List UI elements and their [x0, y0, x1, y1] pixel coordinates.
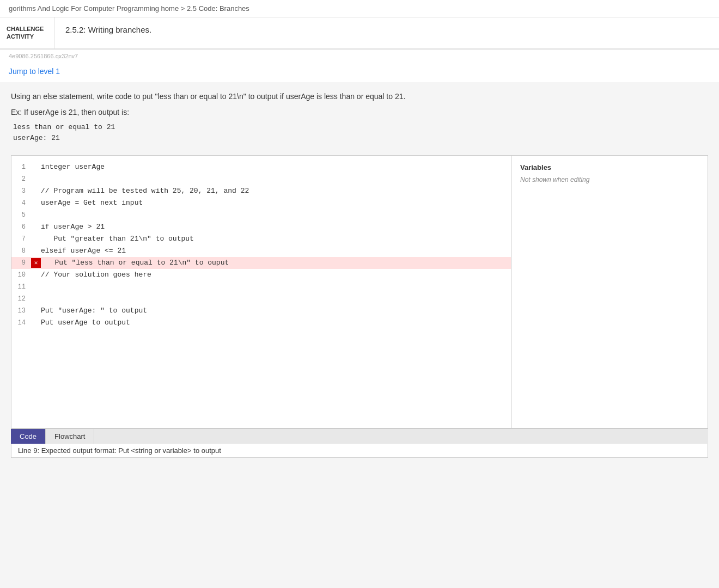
code-line[interactable]: 1integer userAge: [11, 161, 511, 173]
code-line[interactable]: 5: [11, 209, 511, 221]
code-line[interactable]: 14Put userAge to output: [11, 317, 511, 329]
line-number: 14: [11, 317, 31, 329]
line-number: 13: [11, 305, 31, 317]
example-label: Ex: If userAge is 21, then output is:: [11, 108, 708, 117]
line-content: if userAge > 21: [41, 221, 511, 233]
code-line[interactable]: 13Put "userAge: " to output: [11, 305, 511, 317]
line-number: 4: [11, 197, 31, 209]
editor-container: 1integer userAge23// Program will be tes…: [11, 155, 708, 428]
tab-flowchart[interactable]: Flowchart: [46, 429, 94, 444]
line-number: 10: [11, 269, 31, 281]
line-content: integer userAge: [41, 161, 511, 173]
variables-panel: Variables Not shown when editing: [511, 156, 708, 428]
jump-row: Jump to level 1: [0, 63, 719, 82]
line-number: 9: [11, 257, 31, 269]
code-line[interactable]: 4userAge = Get next input: [11, 197, 511, 209]
error-text: Line 9: Expected output format: Put <str…: [18, 446, 221, 455]
breadcrumb-text: gorithms And Logic For Computer Programm…: [9, 4, 249, 13]
code-line[interactable]: 11: [11, 281, 511, 293]
code-line[interactable]: 3// Program will be tested with 25, 20, …: [11, 185, 511, 197]
line-content: Put "userAge: " to output: [41, 305, 511, 317]
line-number: 7: [11, 233, 31, 245]
line-content: // Program will be tested with 25, 20, 2…: [41, 185, 511, 197]
code-line[interactable]: 6if userAge > 21: [11, 221, 511, 233]
code-line[interactable]: 12: [11, 293, 511, 305]
main-content: Using an else statement, write code to p…: [0, 82, 719, 467]
line-number: 11: [11, 281, 31, 293]
challenge-activity-label: CHALLENGE ACTIVITY: [0, 17, 54, 48]
activity-title: 2.5.2: Writing branches.: [54, 17, 162, 48]
code-panel[interactable]: 1integer userAge23// Program will be tes…: [11, 156, 511, 428]
example-line2: userAge: 21: [13, 133, 708, 144]
code-line[interactable]: 2: [11, 173, 511, 185]
example-output: less than or equal to 21 userAge: 21: [11, 122, 708, 145]
line-content: // Your solution goes here: [41, 269, 511, 281]
line-content: userAge = Get next input: [41, 197, 511, 209]
variables-title: Variables: [520, 163, 699, 171]
line-content: elseif userAge <= 21: [41, 245, 511, 257]
code-lines[interactable]: 1integer userAge23// Program will be tes…: [11, 156, 511, 428]
line-number: 3: [11, 185, 31, 197]
line-number: 2: [11, 173, 31, 185]
code-line[interactable]: 9✕ Put "less than or equal to 21\n" to o…: [11, 257, 511, 269]
line-content: Put "less than or equal to 21\n" to oupu…: [42, 257, 511, 269]
code-line[interactable]: 10// Your solution goes here: [11, 269, 511, 281]
error-bar: Line 9: Expected output format: Put <str…: [11, 444, 708, 458]
code-line[interactable]: 8elseif userAge <= 21: [11, 245, 511, 257]
main-description: Using an else statement, write code to p…: [11, 91, 708, 102]
variables-note: Not shown when editing: [520, 176, 699, 183]
example-line1: less than or equal to 21: [13, 122, 708, 133]
header-row: CHALLENGE ACTIVITY 2.5.2: Writing branch…: [0, 17, 719, 50]
jump-to-level-link[interactable]: Jump to level 1: [9, 67, 60, 76]
error-marker-icon: ✕: [31, 258, 41, 268]
line-content: Put "greater than 21\n" to output: [41, 233, 511, 245]
line-content: Put userAge to output: [41, 317, 511, 329]
line-number: 5: [11, 209, 31, 221]
tab-code[interactable]: Code: [11, 429, 46, 444]
tab-bar: CodeFlowchart: [11, 428, 708, 444]
line-number: 6: [11, 221, 31, 233]
breadcrumb: gorithms And Logic For Computer Programm…: [0, 0, 719, 17]
code-line[interactable]: 7 Put "greater than 21\n" to output: [11, 233, 511, 245]
line-number: 8: [11, 245, 31, 257]
line-number: 12: [11, 293, 31, 305]
session-id: 4e9086.2561866.qx32nv7: [0, 50, 719, 63]
line-number: 1: [11, 161, 31, 173]
